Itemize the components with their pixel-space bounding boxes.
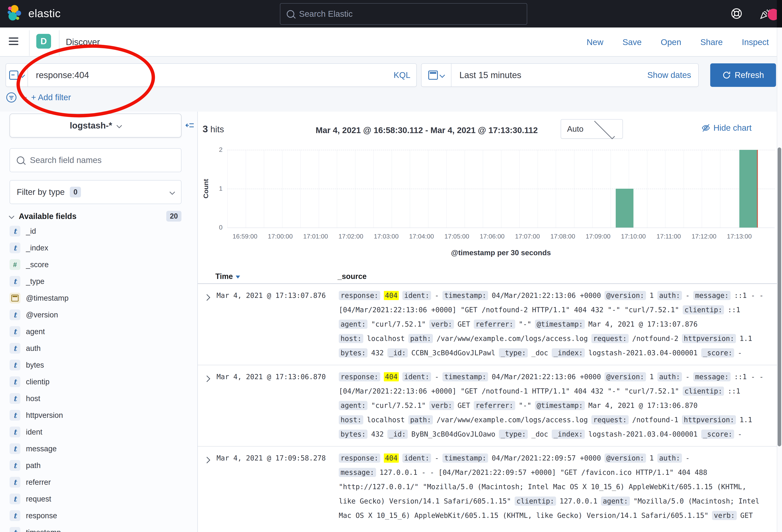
field-value: 1.1 xyxy=(740,335,752,343)
gridline xyxy=(227,189,775,189)
field-item[interactable]: #_score xyxy=(9,256,189,273)
source-column-header: _source xyxy=(337,272,367,281)
discover-app-badge[interactable]: D xyxy=(36,34,51,49)
refresh-button[interactable]: Refresh xyxy=(710,63,776,87)
global-search-input[interactable] xyxy=(299,9,527,19)
field-pill: timestamp: xyxy=(442,372,488,381)
field-value: - xyxy=(738,430,742,438)
show-dates-button[interactable]: Show dates xyxy=(647,70,691,80)
field-item[interactable]: tresponse xyxy=(9,507,189,524)
field-value: - xyxy=(435,292,439,300)
global-search[interactable] xyxy=(280,3,527,25)
help-icon[interactable] xyxy=(730,7,743,20)
field-value: /var/www/example.com/logs/access.log xyxy=(436,416,588,424)
field-item[interactable]: @timestamp xyxy=(9,290,189,306)
number-field-icon: # xyxy=(9,259,20,270)
filter-icon[interactable] xyxy=(6,92,17,103)
saved-query-menu-button[interactable] xyxy=(6,64,28,86)
field-item[interactable]: thost xyxy=(9,390,189,407)
hide-chart-button[interactable]: Hide chart xyxy=(702,123,751,133)
field-item[interactable]: t@version xyxy=(9,306,189,323)
available-fields-header[interactable]: Available fields 20 xyxy=(9,211,181,222)
divider xyxy=(29,30,30,56)
field-item[interactable]: tauth xyxy=(9,340,189,357)
field-pill: request: xyxy=(592,334,629,343)
field-name: @version xyxy=(26,311,58,319)
string-field-icon: t xyxy=(9,309,20,320)
field-value: logstash-2021.03.04-000001 xyxy=(589,349,698,357)
field-item[interactable]: trequest xyxy=(9,491,189,507)
add-filter-button[interactable]: + Add filter xyxy=(31,93,71,102)
field-item[interactable]: tident xyxy=(9,424,189,440)
query-language-button[interactable]: KQL xyxy=(394,70,410,80)
field-item[interactable]: ttimestamp xyxy=(9,524,189,532)
field-name: clientip xyxy=(26,378,49,386)
hide-chart-label: Hide chart xyxy=(713,123,751,133)
new-button[interactable]: New xyxy=(586,37,603,47)
field-item[interactable]: tmessage xyxy=(9,440,189,457)
doc-source: response:404ident:-timestamp:04/Mar/2021… xyxy=(339,288,775,360)
field-item[interactable]: tagent xyxy=(9,323,189,340)
chevron-down-icon xyxy=(439,72,445,78)
chevron-down-icon xyxy=(116,123,122,128)
field-pill: message: xyxy=(693,291,731,300)
field-name: _score xyxy=(26,260,49,269)
field-item[interactable]: tbytes xyxy=(9,357,189,373)
field-name: response xyxy=(26,511,57,520)
field-pill: response: xyxy=(339,454,380,463)
field-value: "Mozilla/5.0 (Macintosh; Intel xyxy=(634,497,759,505)
field-item[interactable]: t_index xyxy=(9,239,189,256)
doc-rows: Mar 4, 2021 @ 17:13:07.876response:404id… xyxy=(198,284,777,527)
field-item[interactable]: t_type xyxy=(9,273,189,290)
field-pill: _id: xyxy=(387,348,408,357)
save-button[interactable]: Save xyxy=(623,37,642,47)
field-item[interactable]: tclientip xyxy=(9,373,189,390)
interval-select[interactable]: Auto xyxy=(561,119,623,139)
menu-icon[interactable] xyxy=(9,37,19,47)
top-menu: New Save Open Share Inspect xyxy=(586,37,769,47)
collapse-sidebar-icon[interactable] xyxy=(185,120,195,130)
field-value: "curl/7.52.1" xyxy=(371,402,426,410)
open-button[interactable]: Open xyxy=(661,37,681,47)
field-value: 1.1 xyxy=(740,416,752,424)
time-column-header[interactable]: Time xyxy=(215,272,337,281)
share-button[interactable]: Share xyxy=(701,37,723,47)
field-pill: @timestamp: xyxy=(535,401,585,410)
expand-row-icon[interactable] xyxy=(204,294,210,301)
elastic-brand[interactable]: elastic xyxy=(7,5,61,22)
expand-row-icon[interactable] xyxy=(204,457,210,463)
field-item[interactable]: t_id xyxy=(9,223,189,239)
field-item[interactable]: treferrer xyxy=(9,474,189,491)
field-value: ::1 xyxy=(727,306,740,314)
field-value: logstash-2021.03.04-000001 xyxy=(589,430,698,438)
field-item[interactable]: tpath xyxy=(9,457,189,474)
field-pill: _type: xyxy=(499,348,528,357)
field-item[interactable]: thttpversion xyxy=(9,407,189,424)
date-quick-select-button[interactable] xyxy=(422,64,452,86)
field-name: @timestamp xyxy=(26,294,69,302)
field-value: GET xyxy=(458,320,470,328)
index-pattern-selector[interactable]: logstash-* xyxy=(9,114,181,138)
elastic-logo-icon xyxy=(7,5,24,22)
query-input[interactable] xyxy=(28,70,394,80)
field-search-input[interactable] xyxy=(30,155,181,165)
field-pill: _score: xyxy=(701,429,734,439)
field-pill: referrer: xyxy=(474,319,515,329)
y-axis-tick: 0 xyxy=(219,224,222,231)
expand-row-icon[interactable] xyxy=(204,375,210,382)
scrollbar-thumb[interactable] xyxy=(778,147,781,446)
field-name: httpversion xyxy=(26,411,63,420)
filter-by-type-dropdown[interactable]: Filter by type 0 xyxy=(9,180,181,204)
field-value: "http://127.0.0.1/" "Mozilla/5.0 (Macint… xyxy=(339,483,746,491)
saved-query-icon xyxy=(9,71,19,80)
string-field-icon: t xyxy=(9,527,20,532)
field-pill: timestamp: xyxy=(442,454,488,463)
field-value: 432 xyxy=(371,349,384,357)
field-pill: clientip: xyxy=(683,305,724,314)
inspect-button[interactable]: Inspect xyxy=(742,37,769,47)
hits-count: 3 hits xyxy=(203,123,224,135)
field-value: ::1 - - xyxy=(734,292,763,300)
time-range-value[interactable]: Last 15 minutes xyxy=(459,70,647,80)
refresh-icon xyxy=(722,71,731,79)
x-axis-tick: 17:11:00 xyxy=(656,233,681,240)
